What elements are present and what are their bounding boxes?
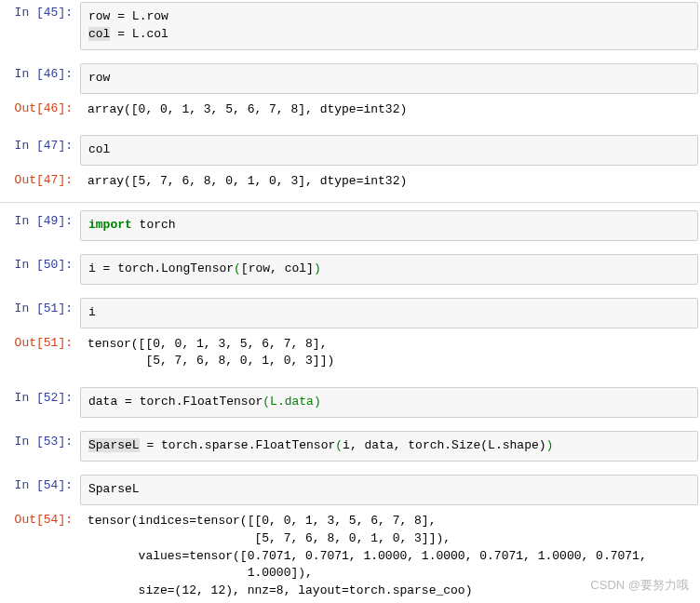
paren-open: (	[262, 395, 270, 409]
code-text: L.col	[125, 27, 168, 41]
prompt-in: In [53]:	[0, 429, 80, 454]
output-cell-47: Out[47]: array([5, 7, 6, 8, 0, 1, 0, 3],…	[0, 168, 700, 196]
paren-open: (	[335, 438, 343, 452]
code-input[interactable]: data = torch.FloatTensor(L.data)	[80, 387, 698, 418]
code-text: SparseL	[88, 482, 140, 496]
code-text: i	[88, 261, 103, 275]
code-text: torch.FloatTensor	[132, 395, 262, 409]
code-text-highlight: col	[88, 27, 110, 41]
code-input[interactable]: i = torch.LongTensor([row, col])	[80, 254, 698, 285]
prompt-in: In [54]:	[0, 473, 80, 498]
output-line: tensor(indices=tensor([[0, 0, 1, 3, 5, 6…	[88, 514, 436, 528]
output-line: tensor([[0, 0, 1, 3, 5, 6, 7, 8],	[88, 337, 327, 351]
output-text: tensor(indices=tensor([[0, 0, 1, 3, 5, 6…	[80, 507, 700, 603]
code-input[interactable]: row	[80, 63, 698, 94]
code-text: data	[88, 395, 125, 409]
prompt-out: Out[47]:	[0, 168, 80, 193]
code-text: col	[88, 142, 110, 156]
code-cell-50: In [50]: i = torch.LongTensor([row, col]…	[0, 252, 700, 287]
code-cell-53: In [53]: SparseL = torch.sparse.FloatTen…	[0, 429, 700, 463]
paren-close: )	[314, 261, 321, 275]
prompt-in: In [51]:	[0, 296, 80, 321]
output-text: array([0, 0, 1, 3, 5, 6, 7, 8], dtype=in…	[80, 96, 700, 125]
code-input[interactable]: col	[80, 135, 698, 166]
prompt-out: Out[51]:	[0, 330, 80, 355]
output-cell-51: Out[51]: tensor([[0, 0, 1, 3, 5, 6, 7, 8…	[0, 330, 700, 377]
code-input[interactable]: import torch	[80, 210, 698, 241]
code-text: L.data	[270, 395, 314, 409]
code-text: [row, col]	[241, 261, 314, 275]
code-input[interactable]: SparseL	[80, 475, 698, 505]
code-text: row	[88, 71, 110, 85]
paren-close: )	[314, 395, 321, 409]
output-line: values=tensor([0.7071, 0.7071, 1.0000, 1…	[88, 549, 647, 563]
code-cell-45: In [45]: row = L.row col = L.col	[0, 0, 700, 52]
code-cell-51: In [51]: i	[0, 296, 700, 330]
code-cell-47: In [47]: col	[0, 133, 700, 168]
output-line: array([0, 0, 1, 3, 5, 6, 7, 8], dtype=in…	[88, 102, 407, 116]
prompt-in: In [46]:	[0, 61, 80, 87]
code-text: torch.sparse.FloatTensor	[154, 438, 335, 452]
prompt-out: Out[46]:	[0, 96, 80, 121]
paren-open: (	[234, 261, 241, 275]
code-text: torch.LongTensor	[110, 261, 234, 275]
code-text: L.row	[125, 9, 168, 23]
code-text: =	[125, 395, 132, 409]
code-cell-54: In [54]: SparseL	[0, 473, 700, 507]
output-line: array([5, 7, 6, 8, 0, 1, 0, 3], dtype=in…	[88, 174, 407, 188]
output-line: [5, 7, 6, 8, 0, 1, 0, 3]])	[88, 354, 334, 368]
code-cell-46: In [46]: row	[0, 61, 700, 96]
code-text-highlight: SparseL	[88, 438, 140, 452]
code-input[interactable]: i	[80, 298, 698, 328]
prompt-out: Out[54]:	[0, 507, 80, 532]
code-text: =	[117, 27, 125, 41]
output-cell-54: Out[54]: tensor(indices=tensor([[0, 0, 1…	[0, 507, 700, 603]
code-text: i	[88, 305, 96, 319]
prompt-in: In [47]:	[0, 133, 80, 158]
code-text: =	[117, 9, 125, 23]
code-text: i, data, torch.Size(L.shape)	[343, 438, 545, 452]
prompt-in: In [52]:	[0, 385, 80, 410]
prompt-in: In [45]:	[0, 0, 80, 25]
output-cell-46: Out[46]: array([0, 0, 1, 3, 5, 6, 7, 8],…	[0, 96, 700, 125]
code-text: torch	[132, 218, 176, 232]
keyword-import: import	[88, 218, 132, 232]
paren-close: )	[546, 438, 554, 452]
output-line: [5, 7, 6, 8, 0, 1, 0, 3]]),	[88, 531, 451, 545]
output-line: 1.0000]),	[88, 566, 313, 580]
code-input[interactable]: row = L.row col = L.col	[80, 2, 698, 50]
prompt-in: In [49]:	[0, 208, 80, 234]
output-line: size=(12, 12), nnz=8, layout=torch.spars…	[88, 583, 472, 597]
code-cell-49: In [49]: import torch	[0, 208, 700, 243]
code-input[interactable]: SparseL = torch.sparse.FloatTensor(i, da…	[80, 431, 698, 462]
code-cell-52: In [52]: data = torch.FloatTensor(L.data…	[0, 385, 700, 420]
output-text: tensor([[0, 0, 1, 3, 5, 6, 7, 8], [5, 7,…	[80, 330, 700, 377]
prompt-in: In [50]:	[0, 252, 80, 277]
code-text: row	[88, 9, 117, 23]
output-text: array([5, 7, 6, 8, 0, 1, 0, 3], dtype=in…	[80, 168, 700, 196]
